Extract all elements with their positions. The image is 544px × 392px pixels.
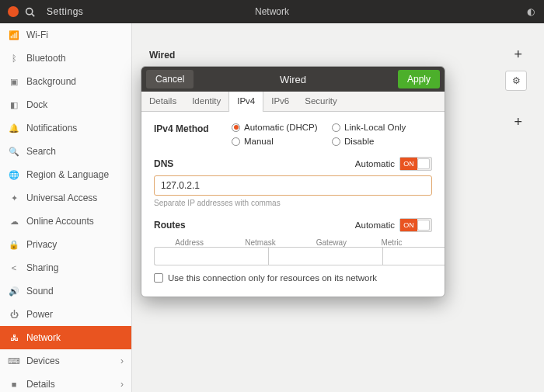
dock-icon: ◧ [8, 100, 20, 110]
sidebar-item-label: Universal Access [26, 193, 97, 203]
sidebar-item-label: Search [26, 146, 56, 157]
dialog-header: Cancel Wired Apply [141, 67, 445, 92]
chevron-right-icon: › [120, 379, 124, 390]
window-close-icon[interactable] [8, 6, 19, 17]
radio-automatic-dhcp[interactable]: Automatic (DHCP) [232, 123, 332, 132]
routes-auto-toggle[interactable]: ON [399, 218, 432, 232]
wired-section-label: Wired [149, 50, 175, 61]
col-address: Address [154, 238, 225, 247]
route-netmask-input[interactable] [268, 247, 382, 265]
sidebar-item-dock[interactable]: ◧Dock [0, 93, 131, 116]
apply-button[interactable]: Apply [398, 70, 440, 88]
route-gateway-input[interactable] [382, 247, 445, 265]
sidebar-item-label: Network [26, 332, 61, 343]
search-icon: 🔍 [8, 147, 20, 157]
sidebar-item-details[interactable]: ■Details› [0, 373, 131, 392]
sharing-icon: < [8, 263, 20, 272]
background-icon: ▣ [8, 77, 20, 87]
col-metric: Metric [367, 238, 417, 247]
sidebar-item-label: Privacy [26, 239, 57, 250]
dns-label: DNS [154, 158, 173, 169]
lock-icon: 🔒 [8, 240, 20, 250]
sidebar: 📶Wi-Fi ᛒBluetooth ▣Background ◧Dock 🔔Not… [0, 23, 132, 392]
add-wired-button[interactable]: + [514, 47, 527, 63]
titlebar: Settings Network ◐ [0, 0, 544, 23]
wifi-icon: 📶 [8, 30, 20, 40]
dialog-tabs: Details Identity IPv4 IPv6 Security [141, 92, 445, 112]
sidebar-item-label: Power [26, 309, 53, 320]
bluetooth-icon: ᛒ [8, 54, 20, 63]
radio-dot-icon [232, 123, 240, 132]
sidebar-item-sound[interactable]: 🔊Sound [0, 279, 131, 303]
toggle-knob [417, 220, 430, 231]
details-icon: ■ [8, 380, 20, 389]
sidebar-item-label: Dock [26, 99, 47, 110]
toggle-knob [417, 158, 430, 169]
add-vpn-button[interactable]: + [514, 114, 527, 130]
app-name: Settings [47, 6, 83, 17]
cloud-icon: ☁ [8, 217, 20, 227]
sidebar-item-label: Online Accounts [26, 216, 94, 227]
radio-disable[interactable]: Disable [332, 137, 432, 146]
sidebar-item-label: Sound [26, 286, 54, 297]
sidebar-item-label: Bluetooth [26, 53, 66, 64]
sidebar-item-sharing[interactable]: <Sharing [0, 256, 131, 279]
routes-auto-label: Automatic [355, 220, 395, 230]
cancel-button[interactable]: Cancel [146, 70, 194, 88]
tab-identity[interactable]: Identity [184, 92, 228, 111]
svg-line-1 [32, 13, 34, 16]
sidebar-item-power[interactable]: ⏻Power [0, 303, 131, 326]
radio-dot-icon [232, 137, 240, 146]
devices-icon: ⌨ [8, 356, 20, 366]
sidebar-item-network[interactable]: 🖧Network [0, 326, 131, 349]
sidebar-item-online-accounts[interactable]: ☁Online Accounts [0, 210, 131, 233]
sidebar-item-label: Background [26, 76, 76, 87]
radio-link-local[interactable]: Link-Local Only [332, 123, 432, 132]
sidebar-item-label: Notifications [26, 123, 77, 134]
search-icon[interactable] [25, 7, 39, 17]
only-for-network-checkbox[interactable] [154, 273, 163, 283]
bell-icon: 🔔 [8, 123, 20, 134]
sidebar-item-region[interactable]: 🌐Region & Language [0, 163, 131, 186]
sidebar-item-devices[interactable]: ⌨Devices› [0, 349, 131, 373]
window-menu-icon[interactable]: ◐ [527, 6, 535, 17]
dns-servers-input[interactable] [154, 175, 432, 196]
network-icon: 🖧 [8, 333, 20, 342]
toggle-on-label: ON [400, 158, 417, 170]
dns-auto-toggle[interactable]: ON [399, 157, 432, 171]
tab-security[interactable]: Security [297, 92, 345, 111]
dialog-title: Wired [280, 74, 306, 85]
wired-settings-button[interactable]: ⚙ [505, 71, 527, 91]
col-netmask: Netmask [225, 238, 295, 247]
gear-icon: ⚙ [512, 75, 521, 86]
route-address-input[interactable] [154, 247, 268, 265]
only-for-network-label: Use this connection only for resources o… [168, 273, 377, 283]
svg-point-0 [26, 8, 33, 14]
sidebar-item-label: Sharing [26, 262, 58, 273]
sidebar-item-universal-access[interactable]: ✦Universal Access [0, 186, 131, 210]
sidebar-item-background[interactable]: ▣Background [0, 70, 131, 93]
power-icon: ⏻ [8, 310, 20, 319]
tab-ipv6[interactable]: IPv6 [263, 92, 297, 111]
speaker-icon: 🔊 [8, 286, 20, 297]
tab-ipv4[interactable]: IPv4 [228, 92, 263, 112]
tab-details[interactable]: Details [141, 92, 184, 111]
globe-icon: 🌐 [8, 170, 20, 180]
radio-dot-icon [332, 123, 340, 132]
sidebar-item-label: Details [26, 379, 55, 390]
sidebar-item-notifications[interactable]: 🔔Notifications [0, 116, 131, 140]
sidebar-item-bluetooth[interactable]: ᛒBluetooth [0, 47, 131, 70]
routes-label: Routes [154, 220, 186, 231]
sidebar-item-wifi[interactable]: 📶Wi-Fi [0, 23, 131, 47]
sidebar-item-label: Devices [26, 356, 60, 366]
dns-hint: Separate IP addresses with commas [154, 199, 432, 207]
ipv4-method-label: IPv4 Method [154, 123, 232, 134]
chevron-right-icon: › [120, 356, 124, 366]
dns-auto-label: Automatic [355, 159, 395, 168]
col-gateway: Gateway [296, 238, 367, 247]
radio-manual[interactable]: Manual [232, 137, 332, 146]
window-title: Network [255, 6, 289, 17]
sidebar-item-search[interactable]: 🔍Search [0, 140, 131, 163]
sidebar-item-privacy[interactable]: 🔒Privacy [0, 233, 131, 256]
sidebar-item-label: Wi-Fi [26, 29, 48, 40]
